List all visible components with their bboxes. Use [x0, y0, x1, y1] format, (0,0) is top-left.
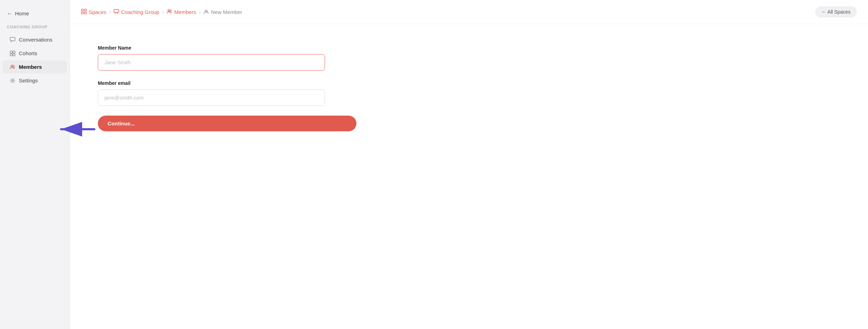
coaching-group-icon	[114, 9, 119, 15]
sidebar-section-label: COACHING GROUP	[0, 25, 70, 33]
member-name-input[interactable]	[98, 54, 325, 71]
svg-rect-9	[85, 9, 87, 11]
breadcrumb-members[interactable]: Members	[167, 9, 196, 15]
svg-point-14	[170, 10, 171, 11]
sidebar-item-settings[interactable]: Settings	[3, 74, 67, 87]
svg-rect-1	[10, 51, 12, 53]
sidebar-item-label-cohorts: Cohorts	[19, 50, 37, 56]
breadcrumb-spaces[interactable]: Spaces	[81, 9, 106, 15]
svg-rect-12	[114, 9, 119, 13]
spaces-icon	[81, 9, 87, 15]
breadcrumb-sep-3: ›	[199, 9, 201, 15]
sidebar-nav: Conversations Cohorts	[0, 33, 70, 87]
main-content: Spaces › Coaching Group ›	[70, 0, 868, 329]
breadcrumb-members-label: Members	[174, 9, 196, 15]
conversations-icon	[10, 37, 15, 43]
svg-point-6	[13, 65, 14, 67]
form-area: Member Name Member email Continue...	[70, 24, 384, 329]
breadcrumb-spaces-label: Spaces	[89, 9, 106, 15]
member-email-label: Member email	[98, 80, 356, 86]
header: Spaces › Coaching Group ›	[70, 0, 868, 24]
home-label: Home	[15, 10, 29, 16]
breadcrumb: Spaces › Coaching Group ›	[81, 9, 242, 15]
sidebar-item-cohorts[interactable]: Cohorts	[3, 47, 67, 60]
continue-btn-label: Continue...	[108, 120, 135, 126]
svg-rect-2	[13, 51, 15, 53]
sidebar-item-label-conversations: Conversations	[19, 37, 52, 43]
member-name-group: Member Name	[98, 45, 356, 71]
sidebar-item-conversations[interactable]: Conversations	[3, 33, 67, 46]
svg-rect-11	[85, 12, 87, 14]
continue-button[interactable]: Continue...	[98, 116, 356, 131]
svg-rect-10	[81, 12, 84, 14]
svg-point-7	[12, 80, 14, 81]
breadcrumb-coaching-group[interactable]: Coaching Group	[114, 9, 159, 15]
home-link[interactable]: ← Home	[0, 7, 70, 25]
svg-point-13	[168, 9, 169, 11]
settings-icon	[10, 78, 15, 83]
member-email-input[interactable]	[98, 89, 325, 106]
breadcrumb-members-icon	[167, 9, 172, 15]
svg-point-5	[11, 65, 13, 67]
sidebar: ← Home COACHING GROUP Conversations	[0, 0, 70, 329]
sidebar-item-label-settings: Settings	[19, 78, 38, 83]
breadcrumb-new-member-label: New Member	[211, 9, 242, 15]
svg-rect-8	[81, 9, 84, 11]
svg-rect-3	[10, 54, 12, 56]
back-arrow-icon: ←	[7, 10, 12, 16]
member-name-label: Member Name	[98, 45, 356, 51]
all-spaces-btn-label: ← All Spaces	[822, 9, 851, 15]
sidebar-item-label-members: Members	[19, 64, 42, 70]
new-member-icon	[203, 9, 209, 15]
breadcrumb-new-member: New Member	[203, 9, 242, 15]
breadcrumb-sep-1: ›	[109, 9, 111, 15]
member-email-group: Member email	[98, 80, 356, 106]
svg-rect-4	[13, 54, 15, 56]
members-icon	[10, 64, 15, 70]
sidebar-item-members[interactable]: Members	[3, 60, 67, 73]
all-spaces-button[interactable]: ← All Spaces	[815, 6, 857, 17]
svg-rect-0	[10, 37, 15, 41]
cohorts-icon	[10, 51, 15, 56]
breadcrumb-coaching-group-label: Coaching Group	[121, 9, 159, 15]
breadcrumb-sep-2: ›	[162, 9, 164, 15]
